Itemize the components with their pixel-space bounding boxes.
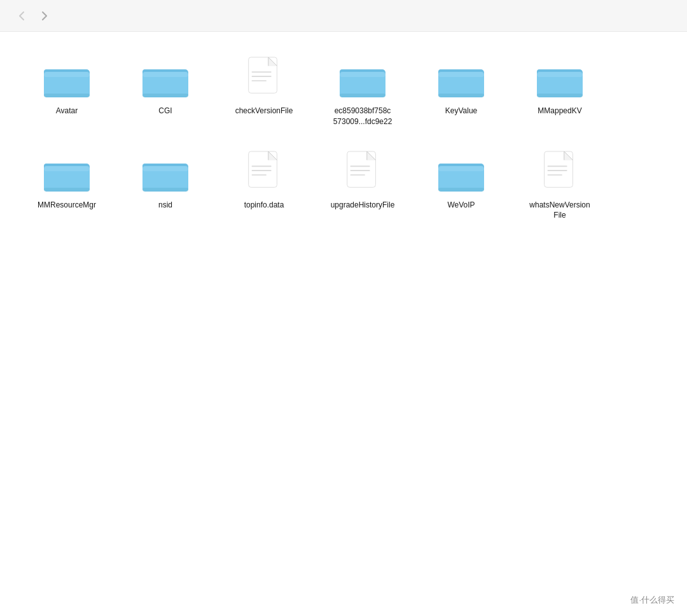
toolbar <box>0 0 687 32</box>
file-icon <box>534 150 585 195</box>
folder-icon <box>436 56 487 101</box>
svg-rect-21 <box>438 94 484 97</box>
file-label: KeyValue <box>445 106 477 116</box>
file-label: upgradeHistoryFile <box>331 200 395 211</box>
folder-icon <box>337 56 388 101</box>
file-label: ec859038bf758c 573009...fdc9e22 <box>325 106 400 127</box>
file-label: Avatar <box>56 106 78 116</box>
forward-button[interactable] <box>36 7 53 25</box>
svg-rect-32 <box>142 166 188 171</box>
svg-rect-16 <box>340 72 385 77</box>
svg-rect-33 <box>142 188 188 192</box>
svg-rect-2 <box>44 72 90 77</box>
file-icon <box>239 150 289 195</box>
folder-icon <box>41 150 92 195</box>
svg-rect-24 <box>537 72 583 77</box>
file-item-checkVersionFile[interactable]: checkVersionFile <box>223 51 305 122</box>
file-grid: Avatar CGI checkVersionFile ec859038bf7 <box>25 51 662 226</box>
svg-rect-25 <box>537 94 583 97</box>
file-item-nsid[interactable]: nsid <box>124 145 207 216</box>
folder-icon <box>140 56 191 101</box>
svg-rect-48 <box>438 166 484 171</box>
watermark: 值·什么得买 <box>630 594 674 606</box>
file-label: MMResourceMgr <box>38 200 96 211</box>
svg-rect-29 <box>44 188 90 192</box>
file-label: CGI <box>158 106 172 116</box>
svg-rect-20 <box>438 72 484 77</box>
file-item-mmresourcemgr[interactable]: MMResourceMgr <box>25 145 108 216</box>
svg-rect-28 <box>44 166 90 171</box>
file-item-topinfo[interactable]: topinfo.data <box>223 145 305 216</box>
watermark-text: 值·什么得买 <box>630 594 674 606</box>
file-item-whatsNewVersionFile[interactable]: whatsNewVersion File <box>518 145 601 227</box>
file-item-ec859038bf758c[interactable]: ec859038bf758c 573009...fdc9e22 <box>321 51 404 132</box>
file-label: topinfo.data <box>244 200 284 211</box>
folder-icon <box>436 150 487 195</box>
content-area: Avatar CGI checkVersionFile ec859038bf7 <box>0 32 687 245</box>
file-label: WeVoIP <box>447 200 475 211</box>
file-label: nsid <box>158 200 172 211</box>
folder-icon <box>140 150 191 195</box>
folder-icon <box>534 56 585 101</box>
svg-rect-3 <box>44 94 90 97</box>
svg-rect-17 <box>340 94 385 97</box>
file-icon <box>239 56 289 101</box>
svg-rect-49 <box>438 188 484 192</box>
file-item-mmappedkv[interactable]: MMappedKV <box>518 51 601 122</box>
file-label: checkVersionFile <box>235 106 293 116</box>
file-item-avatar[interactable]: Avatar <box>25 51 108 122</box>
file-label: MMappedKV <box>538 106 581 116</box>
svg-rect-6 <box>142 72 188 77</box>
file-item-keyValue[interactable]: KeyValue <box>420 51 503 122</box>
folder-icon <box>41 56 92 101</box>
file-label: whatsNewVersion File <box>522 200 597 221</box>
back-button[interactable] <box>13 7 31 25</box>
file-icon <box>337 150 388 195</box>
file-item-wevoip[interactable]: WeVoIP <box>420 145 503 216</box>
file-item-cgi[interactable]: CGI <box>124 51 207 122</box>
file-item-upgradeHistoryFile[interactable]: upgradeHistoryFile <box>321 145 404 216</box>
svg-rect-7 <box>142 94 188 97</box>
